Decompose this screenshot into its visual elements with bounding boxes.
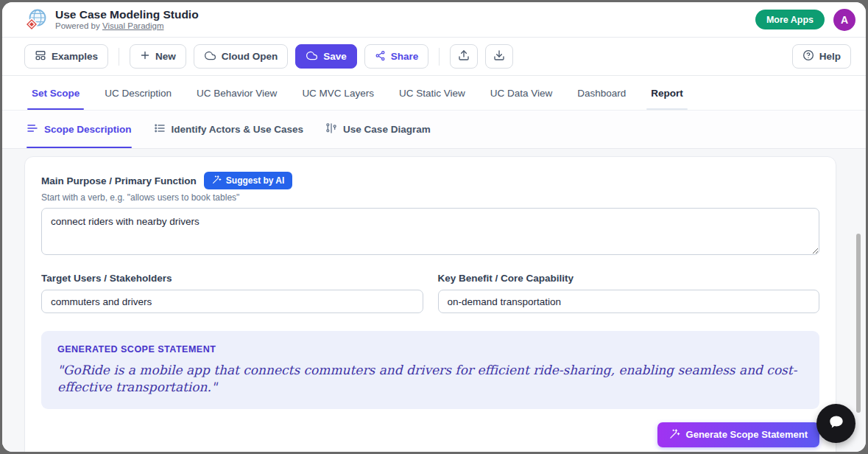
save-label: Save	[323, 51, 347, 62]
tab-uc-static-view[interactable]: UC Static View	[399, 76, 465, 110]
key-benefit-input[interactable]	[438, 290, 820, 313]
target-users-field: Target Users / Stakeholders	[41, 271, 423, 313]
download-icon	[493, 49, 505, 63]
generated-scope-statement-box: GENERATED SCOPE STATEMENT "GoRide is a m…	[41, 331, 819, 409]
secondary-fields-row: Target Users / Stakeholders Key Benefit …	[41, 271, 819, 313]
app-header: Use Case Modeling Studio Powered by Visu…	[2, 2, 866, 38]
help-label: Help	[819, 51, 841, 62]
app-window: Use Case Modeling Studio Powered by Visu…	[2, 2, 866, 452]
magic-wand-icon	[212, 175, 222, 186]
visual-paradigm-link[interactable]: Visual Paradigm	[102, 21, 164, 30]
brand-text: Use Case Modeling Studio Powered by Visu…	[55, 8, 199, 31]
subtab-identify-actors-use-cases[interactable]: Identify Actors & Use Cases	[154, 111, 304, 148]
subtab-label: Identify Actors & Use Cases	[172, 124, 304, 135]
toolbar-left: Examples New Cloud Open Save	[24, 44, 513, 69]
generate-scope-statement-label: Generate Scope Statement	[686, 429, 808, 440]
cloud-icon	[204, 50, 216, 63]
cloud-open-label: Cloud Open	[222, 51, 278, 62]
cloud-save-icon	[306, 50, 318, 63]
tab-dashboard[interactable]: Dashboard	[577, 76, 626, 110]
share-label: Share	[391, 51, 419, 62]
tab-uc-behavior-view[interactable]: UC Behavior View	[197, 76, 277, 110]
target-users-label: Target Users / Stakeholders	[41, 273, 172, 284]
powered-by-text: Powered by	[55, 21, 100, 30]
examples-icon	[35, 49, 46, 63]
tab-uc-description[interactable]: UC Description	[105, 76, 172, 110]
generated-scope-statement-heading: GENERATED SCOPE STATEMENT	[57, 344, 803, 355]
upload-icon	[458, 49, 470, 63]
suggest-by-ai-button[interactable]: Suggest by AI	[204, 172, 293, 189]
export-button[interactable]	[485, 44, 513, 69]
save-button[interactable]: Save	[295, 44, 357, 69]
share-button[interactable]: Share	[364, 44, 429, 69]
new-label: New	[155, 51, 176, 62]
examples-label: Examples	[52, 51, 98, 62]
subtab-label: Scope Description	[44, 124, 132, 135]
import-button[interactable]	[450, 44, 478, 69]
list-icon	[154, 122, 166, 136]
help-button[interactable]: Help	[792, 44, 851, 69]
key-benefit-field: Key Benefit / Core Capability	[438, 271, 820, 313]
more-apps-button[interactable]: More Apps	[755, 10, 825, 29]
plus-icon	[140, 50, 150, 63]
diagram-icon	[325, 122, 337, 136]
generated-scope-statement-text: "GoRide is a mobile app that connects co…	[57, 362, 803, 396]
vertical-scrollbar-thumb[interactable]	[856, 234, 861, 413]
tab-report[interactable]: Report	[651, 76, 683, 110]
share-icon	[375, 50, 386, 63]
tab-set-scope[interactable]: Set Scope	[32, 76, 80, 110]
main-purpose-hint: Start with a verb, e.g. "allows users to…	[41, 192, 819, 203]
generate-scope-statement-button[interactable]: Generate Scope Statement	[657, 422, 819, 447]
tab-uc-data-view[interactable]: UC Data View	[490, 76, 553, 110]
subtab-use-case-diagram[interactable]: Use Case Diagram	[325, 111, 431, 148]
cloud-open-button[interactable]: Cloud Open	[194, 44, 289, 69]
main-purpose-textarea[interactable]: connect riders with nearby drivers	[41, 208, 819, 255]
suggest-by-ai-label: Suggest by AI	[226, 175, 285, 186]
scope-description-card: Main Purpose / Primary Function Suggest …	[24, 156, 836, 452]
main-purpose-label: Main Purpose / Primary Function	[41, 175, 197, 186]
chat-bubble-icon	[827, 413, 846, 434]
new-button[interactable]: New	[130, 44, 186, 69]
toolbar: Examples New Cloud Open Save	[2, 38, 866, 76]
help-icon	[802, 49, 814, 63]
header-right: More Apps A	[755, 9, 855, 31]
target-users-input[interactable]	[41, 290, 423, 313]
subtab-label: Use Case Diagram	[343, 124, 431, 135]
avatar[interactable]: A	[833, 9, 855, 31]
subtab-scope-description[interactable]: Scope Description	[27, 111, 132, 148]
powered-by: Powered by Visual Paradigm	[55, 21, 199, 31]
content-area: Main Purpose / Primary Function Suggest …	[2, 149, 866, 452]
app-title: Use Case Modeling Studio	[55, 8, 199, 21]
main-purpose-label-row: Main Purpose / Primary Function Suggest …	[41, 172, 819, 189]
tab-uc-mvc-layers[interactable]: UC MVC Layers	[302, 76, 374, 110]
examples-button[interactable]: Examples	[24, 44, 108, 69]
magic-wand-icon	[669, 428, 680, 441]
align-left-icon	[27, 122, 38, 136]
subtabbar: Scope Description Identify Actors & Use …	[2, 111, 866, 149]
action-row: Generate Scope Statement	[41, 422, 819, 447]
brand: Use Case Modeling Studio Powered by Visu…	[24, 8, 199, 32]
main-tabbar: Set Scope UC Description UC Behavior Vie…	[2, 76, 866, 111]
visual-paradigm-logo-icon	[24, 8, 48, 32]
key-benefit-label: Key Benefit / Core Capability	[438, 273, 574, 284]
toolbar-separator	[439, 48, 440, 66]
toolbar-separator	[119, 48, 119, 66]
chat-widget-button[interactable]	[816, 404, 855, 443]
